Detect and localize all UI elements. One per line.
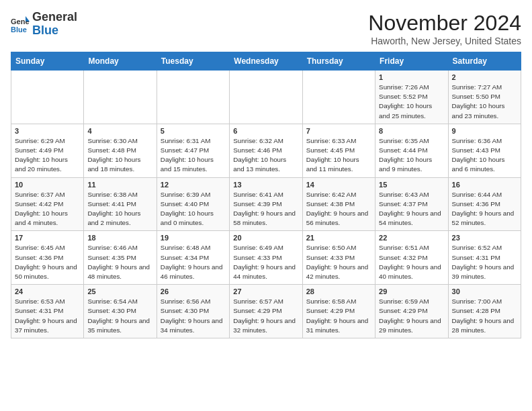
day-info: Sunrise: 7:00 AM Sunset: 4:28 PM Dayligh… bbox=[452, 297, 517, 335]
day-info: Sunrise: 6:32 AM Sunset: 4:46 PM Dayligh… bbox=[233, 136, 298, 175]
day-number: 10 bbox=[15, 181, 80, 189]
day-info: Sunrise: 6:39 AM Sunset: 4:40 PM Dayligh… bbox=[161, 190, 226, 228]
logo-text: General Blue bbox=[32, 11, 77, 38]
calendar-cell: 25Sunrise: 6:54 AM Sunset: 4:30 PM Dayli… bbox=[84, 285, 157, 338]
day-number: 22 bbox=[379, 234, 444, 242]
day-info: Sunrise: 6:29 AM Sunset: 4:49 PM Dayligh… bbox=[15, 136, 80, 175]
calendar-cell: 4Sunrise: 6:30 AM Sunset: 4:48 PM Daylig… bbox=[84, 124, 157, 177]
day-number: 19 bbox=[161, 234, 226, 242]
calendar-cell bbox=[302, 71, 375, 124]
day-info: Sunrise: 7:27 AM Sunset: 5:50 PM Dayligh… bbox=[452, 83, 517, 121]
calendar-cell: 19Sunrise: 6:48 AM Sunset: 4:34 PM Dayli… bbox=[157, 231, 229, 285]
day-number: 13 bbox=[233, 181, 298, 189]
calendar-cell: 29Sunrise: 6:59 AM Sunset: 4:29 PM Dayli… bbox=[375, 285, 448, 338]
calendar-cell: 20Sunrise: 6:49 AM Sunset: 4:33 PM Dayli… bbox=[230, 231, 302, 285]
logo: General Blue General Blue bbox=[11, 11, 77, 38]
calendar-cell: 17Sunrise: 6:45 AM Sunset: 4:36 PM Dayli… bbox=[11, 231, 84, 285]
calendar-cell: 7Sunrise: 6:33 AM Sunset: 4:45 PM Daylig… bbox=[302, 124, 375, 177]
logo-icon: General Blue bbox=[11, 15, 30, 34]
day-info: Sunrise: 6:48 AM Sunset: 4:34 PM Dayligh… bbox=[161, 243, 226, 281]
day-info: Sunrise: 6:37 AM Sunset: 4:42 PM Dayligh… bbox=[15, 190, 80, 228]
day-number: 12 bbox=[161, 181, 226, 189]
day-number: 18 bbox=[87, 234, 152, 242]
logo-blue: Blue bbox=[32, 24, 77, 38]
day-info: Sunrise: 6:53 AM Sunset: 4:31 PM Dayligh… bbox=[15, 297, 80, 335]
calendar-cell bbox=[230, 71, 302, 124]
calendar-week-row: 1Sunrise: 7:26 AM Sunset: 5:52 PM Daylig… bbox=[11, 71, 521, 124]
day-number: 7 bbox=[306, 127, 371, 135]
calendar-week-row: 10Sunrise: 6:37 AM Sunset: 4:42 PM Dayli… bbox=[11, 177, 521, 231]
day-number: 20 bbox=[233, 234, 298, 242]
day-number: 17 bbox=[15, 234, 80, 242]
day-info: Sunrise: 6:42 AM Sunset: 4:38 PM Dayligh… bbox=[306, 190, 371, 228]
day-number: 4 bbox=[87, 127, 152, 135]
day-info: Sunrise: 6:59 AM Sunset: 4:29 PM Dayligh… bbox=[379, 297, 444, 335]
day-number: 5 bbox=[161, 127, 226, 135]
day-number: 11 bbox=[87, 181, 152, 189]
day-number: 26 bbox=[161, 287, 226, 295]
calendar-cell: 24Sunrise: 6:53 AM Sunset: 4:31 PM Dayli… bbox=[11, 285, 84, 338]
calendar-table: SundayMondayTuesdayWednesdayThursdayFrid… bbox=[11, 52, 521, 338]
calendar-cell: 30Sunrise: 7:00 AM Sunset: 4:28 PM Dayli… bbox=[448, 285, 521, 338]
calendar-cell: 27Sunrise: 6:57 AM Sunset: 4:29 PM Dayli… bbox=[230, 285, 302, 338]
calendar-cell: 28Sunrise: 6:58 AM Sunset: 4:29 PM Dayli… bbox=[302, 285, 375, 338]
logo-general: General bbox=[32, 11, 77, 24]
day-number: 3 bbox=[15, 127, 80, 135]
weekday-header: Friday bbox=[375, 52, 448, 71]
day-number: 9 bbox=[452, 127, 517, 135]
calendar-cell: 16Sunrise: 6:44 AM Sunset: 4:36 PM Dayli… bbox=[448, 177, 521, 231]
month-title: November 2024 bbox=[368, 11, 521, 36]
calendar-cell: 12Sunrise: 6:39 AM Sunset: 4:40 PM Dayli… bbox=[157, 177, 229, 231]
calendar-cell: 8Sunrise: 6:35 AM Sunset: 4:44 PM Daylig… bbox=[375, 124, 448, 177]
day-number: 21 bbox=[306, 234, 371, 242]
weekday-header: Thursday bbox=[302, 52, 375, 71]
page-header: General Blue General Blue November 2024 … bbox=[11, 11, 521, 46]
day-info: Sunrise: 6:56 AM Sunset: 4:30 PM Dayligh… bbox=[161, 297, 226, 335]
title-area: November 2024 Haworth, New Jersey, Unite… bbox=[368, 11, 521, 46]
day-info: Sunrise: 6:31 AM Sunset: 4:47 PM Dayligh… bbox=[161, 136, 226, 175]
weekday-header: Sunday bbox=[11, 52, 84, 71]
day-number: 6 bbox=[233, 127, 298, 135]
calendar-cell bbox=[157, 71, 229, 124]
day-info: Sunrise: 6:46 AM Sunset: 4:35 PM Dayligh… bbox=[87, 243, 152, 281]
day-info: Sunrise: 6:52 AM Sunset: 4:31 PM Dayligh… bbox=[452, 243, 517, 281]
day-info: Sunrise: 6:33 AM Sunset: 4:45 PM Dayligh… bbox=[306, 136, 371, 175]
day-number: 15 bbox=[379, 181, 444, 189]
day-number: 14 bbox=[306, 181, 371, 189]
calendar-header-row: SundayMondayTuesdayWednesdayThursdayFrid… bbox=[11, 52, 521, 71]
calendar-cell: 2Sunrise: 7:27 AM Sunset: 5:50 PM Daylig… bbox=[448, 71, 521, 124]
day-info: Sunrise: 6:36 AM Sunset: 4:43 PM Dayligh… bbox=[452, 136, 517, 175]
weekday-header: Saturday bbox=[448, 52, 521, 71]
day-info: Sunrise: 6:54 AM Sunset: 4:30 PM Dayligh… bbox=[87, 297, 152, 335]
calendar-cell: 3Sunrise: 6:29 AM Sunset: 4:49 PM Daylig… bbox=[11, 124, 84, 177]
day-number: 16 bbox=[452, 181, 517, 189]
calendar-cell: 23Sunrise: 6:52 AM Sunset: 4:31 PM Dayli… bbox=[448, 231, 521, 285]
calendar-cell bbox=[84, 71, 157, 124]
day-number: 23 bbox=[452, 234, 517, 242]
calendar-cell: 26Sunrise: 6:56 AM Sunset: 4:30 PM Dayli… bbox=[157, 285, 229, 338]
calendar-week-row: 24Sunrise: 6:53 AM Sunset: 4:31 PM Dayli… bbox=[11, 285, 521, 338]
calendar-cell: 5Sunrise: 6:31 AM Sunset: 4:47 PM Daylig… bbox=[157, 124, 229, 177]
calendar-cell bbox=[11, 71, 84, 124]
day-info: Sunrise: 6:49 AM Sunset: 4:33 PM Dayligh… bbox=[233, 243, 298, 281]
day-number: 25 bbox=[87, 287, 152, 295]
day-info: Sunrise: 6:51 AM Sunset: 4:32 PM Dayligh… bbox=[379, 243, 444, 281]
day-number: 24 bbox=[15, 287, 80, 295]
day-number: 29 bbox=[379, 287, 444, 295]
weekday-header: Tuesday bbox=[157, 52, 229, 71]
day-info: Sunrise: 6:41 AM Sunset: 4:39 PM Dayligh… bbox=[233, 190, 298, 228]
calendar-cell: 22Sunrise: 6:51 AM Sunset: 4:32 PM Dayli… bbox=[375, 231, 448, 285]
calendar-cell: 1Sunrise: 7:26 AM Sunset: 5:52 PM Daylig… bbox=[375, 71, 448, 124]
calendar-cell: 13Sunrise: 6:41 AM Sunset: 4:39 PM Dayli… bbox=[230, 177, 302, 231]
calendar-cell: 18Sunrise: 6:46 AM Sunset: 4:35 PM Dayli… bbox=[84, 231, 157, 285]
day-info: Sunrise: 7:26 AM Sunset: 5:52 PM Dayligh… bbox=[379, 83, 444, 121]
day-number: 30 bbox=[452, 287, 517, 295]
day-number: 27 bbox=[233, 287, 298, 295]
day-number: 2 bbox=[452, 73, 517, 81]
calendar-cell: 11Sunrise: 6:38 AM Sunset: 4:41 PM Dayli… bbox=[84, 177, 157, 231]
calendar-cell: 15Sunrise: 6:43 AM Sunset: 4:37 PM Dayli… bbox=[375, 177, 448, 231]
calendar-cell: 9Sunrise: 6:36 AM Sunset: 4:43 PM Daylig… bbox=[448, 124, 521, 177]
svg-text:Blue: Blue bbox=[11, 26, 27, 34]
day-number: 1 bbox=[379, 73, 444, 81]
day-info: Sunrise: 6:45 AM Sunset: 4:36 PM Dayligh… bbox=[15, 243, 80, 281]
